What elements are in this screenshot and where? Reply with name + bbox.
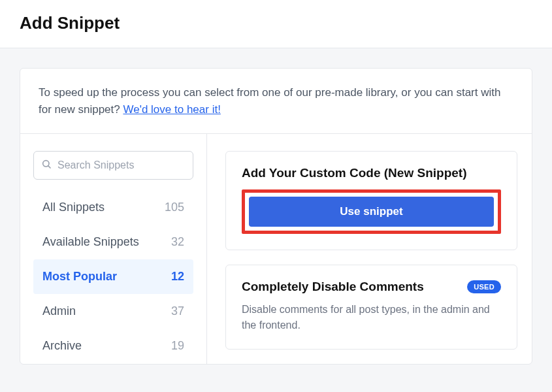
snippet-title: Add Your Custom Code (New Snippet) [242,166,501,180]
use-snippet-button[interactable]: Use snippet [249,197,494,227]
sidebar-item-label: Most Popular [42,270,117,284]
intro-text-body: To speed up the process you can select f… [39,86,500,116]
sidebar: All Snippets 105 Available Snippets 32 M… [20,134,207,364]
main-card: To speed up the process you can select f… [20,68,532,365]
sidebar-item-count: 19 [171,339,184,353]
sidebar-item-count: 12 [171,270,184,284]
sidebar-item-count: 37 [171,304,184,318]
snippet-card-disable-comments: Completely Disable Comments USED Disable… [225,265,517,350]
sidebar-item-admin[interactable]: Admin 37 [33,294,193,329]
search-input[interactable] [33,151,193,180]
page-header: Add Snippet [0,0,552,48]
snippet-description: Disable comments for all post types, in … [242,302,501,333]
intro-link[interactable]: We'd love to hear it! [123,103,220,116]
page-title: Add Snippet [20,13,532,33]
sidebar-item-label: All Snippets [42,201,105,214]
sidebar-item-archive[interactable]: Archive 19 [33,329,193,363]
sidebar-item-label: Archive [42,339,82,353]
sidebar-item-count: 105 [165,201,184,214]
intro-text: To speed up the process you can select f… [20,69,532,134]
used-badge: USED [467,280,501,293]
sidebar-item-most-popular[interactable]: Most Popular 12 [33,259,193,294]
search-wrap [33,151,193,180]
content-area: Add Your Custom Code (New Snippet) Use s… [207,134,532,364]
category-list: All Snippets 105 Available Snippets 32 M… [33,190,193,363]
sidebar-item-label: Admin [42,304,76,318]
sidebar-item-all-snippets[interactable]: All Snippets 105 [33,190,193,225]
snippet-card-custom-code: Add Your Custom Code (New Snippet) Use s… [225,151,517,250]
use-snippet-highlight: Use snippet [242,189,501,234]
sidebar-item-count: 32 [171,235,184,249]
sidebar-item-label: Available Snippets [42,235,139,249]
body-layout: All Snippets 105 Available Snippets 32 M… [20,134,532,364]
snippet-title: Completely Disable Comments [242,280,424,294]
sidebar-item-available-snippets[interactable]: Available Snippets 32 [33,225,193,259]
snippet-header-row: Completely Disable Comments USED [242,280,501,294]
